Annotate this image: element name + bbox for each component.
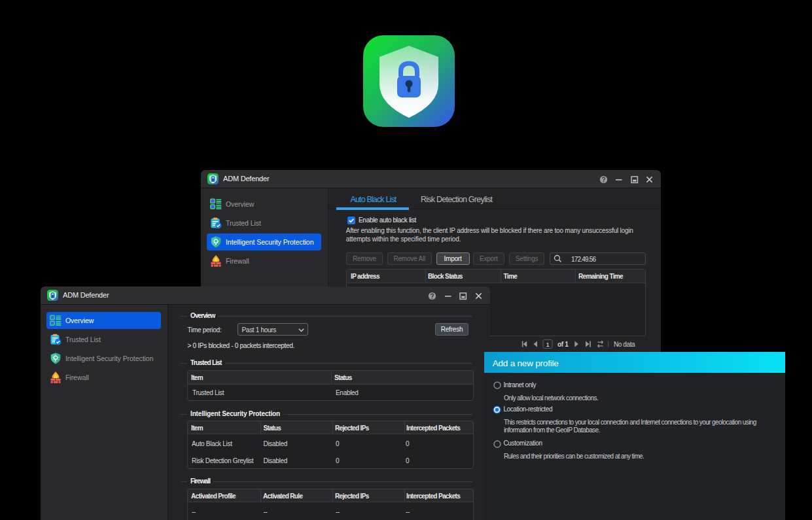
svg-text:of 1: of 1 xyxy=(557,341,569,348)
svg-text:No data: No data xyxy=(614,341,635,348)
svg-text:1: 1 xyxy=(546,341,550,348)
